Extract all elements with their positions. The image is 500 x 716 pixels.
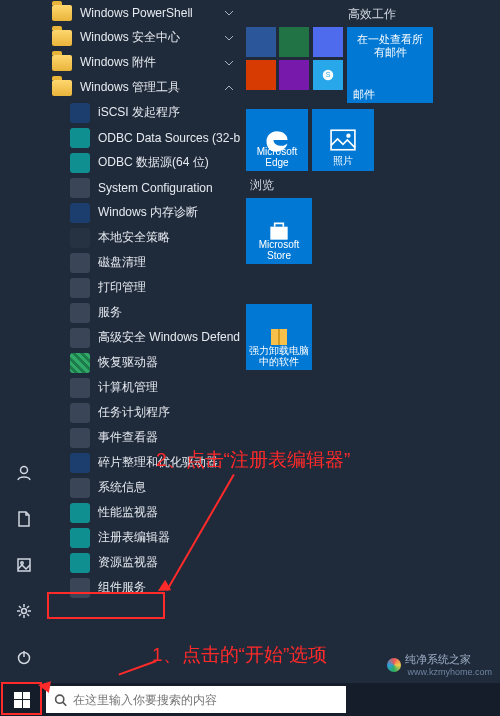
section-label-browse: 浏览 [250, 177, 494, 194]
app-label: 本地安全策略 [98, 229, 170, 246]
start-button[interactable] [0, 683, 44, 716]
tile-edge[interactable]: Microsoft Edge [246, 109, 308, 171]
app-item[interactable]: 磁盘清理 [48, 250, 240, 275]
app-label: Windows 内存诊断 [98, 204, 198, 221]
app-label: 恢复驱动器 [98, 354, 158, 371]
tile-label: Microsoft Edge [246, 146, 308, 168]
app-icon [70, 128, 90, 148]
search-input[interactable] [73, 693, 338, 707]
app-item[interactable]: 系统信息 [48, 475, 240, 500]
app-label: 碎片整理和优化驱动器 [98, 454, 218, 471]
search-icon [54, 693, 67, 707]
tile-onenote[interactable] [279, 60, 309, 90]
tile-ms-store[interactable]: Microsoft Store [246, 198, 312, 264]
app-item[interactable]: Windows 内存诊断 [48, 200, 240, 225]
tile-photos[interactable]: 照片 [312, 109, 374, 171]
folder-label: Windows 安全中心 [80, 29, 180, 46]
app-icon [70, 353, 90, 373]
chevron-down-icon [224, 8, 234, 18]
pictures-icon [15, 556, 33, 574]
tile-powerpoint[interactable] [246, 60, 276, 90]
tile-mail[interactable]: 在一处查看所有邮件 邮件 [347, 27, 433, 103]
tile-todo[interactable] [313, 27, 343, 57]
app-item[interactable]: 服务 [48, 300, 240, 325]
taskbar [0, 683, 500, 716]
folder-windows-admin-tools[interactable]: Windows 管理工具 [48, 75, 240, 100]
tiles-panel: 高效工作 S 在一处查看所有邮件 邮件 Microsof [240, 0, 500, 683]
app-item[interactable]: ODBC Data Sources (32-bit) [48, 125, 240, 150]
folder-icon [52, 5, 72, 21]
folder-label: Windows 附件 [80, 54, 156, 71]
pictures-button[interactable] [4, 545, 44, 585]
app-item-regedit[interactable]: 注册表编辑器 [48, 525, 240, 550]
app-label: 任务计划程序 [98, 404, 170, 421]
watermark-logo [387, 658, 401, 672]
app-item[interactable]: ODBC 数据源(64 位) [48, 150, 240, 175]
mail-tile-label: 邮件 [353, 87, 375, 102]
gear-icon [15, 602, 33, 620]
folder-windows-accessories[interactable]: Windows 附件 [48, 50, 240, 75]
app-list: Windows PowerShell Windows 安全中心 Windows … [48, 0, 240, 683]
app-item[interactable]: 碎片整理和优化驱动器 [48, 450, 240, 475]
svg-rect-7 [331, 130, 355, 150]
app-label: System Configuration [98, 181, 213, 195]
folder-icon [52, 30, 72, 46]
tile-skype[interactable]: S [313, 60, 343, 90]
app-item[interactable]: 事件查看器 [48, 425, 240, 450]
user-icon [15, 464, 33, 482]
folder-icon [52, 55, 72, 71]
app-item[interactable]: 组件服务 [48, 575, 240, 600]
settings-button[interactable] [4, 591, 44, 631]
left-rail [0, 0, 48, 683]
windows-logo-icon [14, 692, 30, 708]
app-item[interactable]: 恢复驱动器 [48, 350, 240, 375]
app-item[interactable]: 高级安全 Windows Defender 防... [48, 325, 240, 350]
mini-tile-grid [246, 27, 309, 103]
folder-windows-security[interactable]: Windows 安全中心 [48, 25, 240, 50]
svg-rect-1 [18, 559, 30, 571]
chevron-down-icon [224, 33, 234, 43]
watermark: 纯净系统之家 www.kzmyhome.com [387, 652, 492, 677]
tile-word[interactable] [246, 27, 276, 57]
watermark-brand: 纯净系统之家 [405, 652, 492, 667]
photos-icon [330, 129, 356, 151]
app-label: iSCSI 发起程序 [98, 104, 180, 121]
taskbar-search[interactable] [46, 686, 346, 713]
app-item[interactable]: 资源监视器 [48, 550, 240, 575]
tile-excel[interactable] [279, 27, 309, 57]
chevron-up-icon [224, 83, 234, 93]
app-label: 组件服务 [98, 579, 146, 596]
app-icon [70, 303, 90, 323]
power-icon [15, 648, 33, 666]
tile-uninstaller[interactable]: 强力卸载电脑中的软件 [246, 304, 312, 370]
svg-point-0 [21, 467, 28, 474]
app-icon [70, 553, 90, 573]
app-item[interactable]: iSCSI 发起程序 [48, 100, 240, 125]
app-item[interactable]: 计算机管理 [48, 375, 240, 400]
svg-text:S: S [326, 71, 331, 78]
app-label: 磁盘清理 [98, 254, 146, 271]
app-item[interactable]: 任务计划程序 [48, 400, 240, 425]
folder-icon [52, 80, 72, 96]
folder-windows-powershell[interactable]: Windows PowerShell [48, 0, 240, 25]
app-icon [70, 403, 90, 423]
app-label: ODBC Data Sources (32-bit) [98, 131, 240, 145]
app-item[interactable]: System Configuration [48, 175, 240, 200]
svg-point-11 [56, 695, 64, 703]
documents-button[interactable] [4, 499, 44, 539]
power-button[interactable] [4, 637, 44, 677]
app-icon [70, 328, 90, 348]
app-icon [70, 528, 90, 548]
app-icon [70, 203, 90, 223]
chevron-down-icon [224, 58, 234, 68]
app-item[interactable]: 打印管理 [48, 275, 240, 300]
app-label: 高级安全 Windows Defender 防... [98, 329, 240, 346]
watermark-url: www.kzmyhome.com [407, 667, 492, 677]
app-item[interactable]: 性能监视器 [48, 500, 240, 525]
app-label: ODBC 数据源(64 位) [98, 154, 209, 171]
app-icon [70, 428, 90, 448]
section-label-productivity: 高效工作 [250, 6, 494, 23]
app-item[interactable]: 本地安全策略 [48, 225, 240, 250]
app-icon [70, 578, 90, 598]
user-button[interactable] [4, 453, 44, 493]
